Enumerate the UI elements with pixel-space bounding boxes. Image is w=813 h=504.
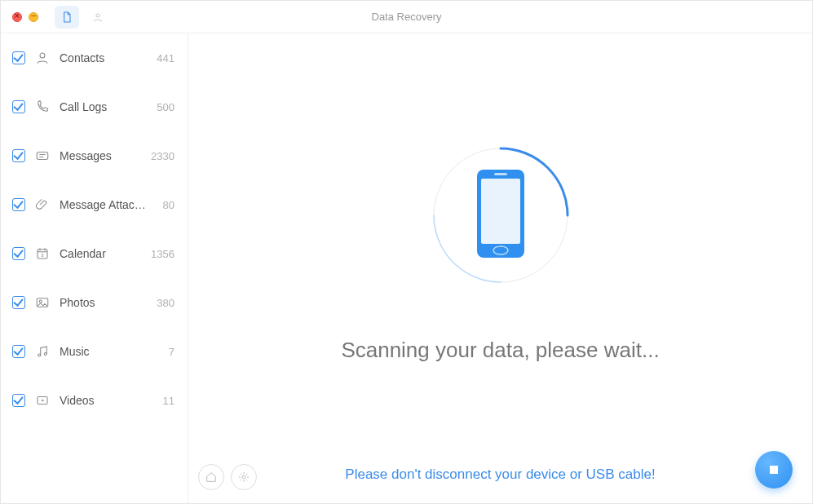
sidebar-item-count: 7 bbox=[169, 346, 175, 358]
sidebar-item-label: Contacts bbox=[60, 51, 147, 64]
sidebar-item-count: 500 bbox=[157, 101, 175, 113]
sidebar-item-call[interactable]: Call Logs500 bbox=[1, 82, 188, 131]
sidebar-item-photo[interactable]: Photos380 bbox=[1, 278, 188, 327]
svg-point-12 bbox=[38, 354, 41, 356]
attach-icon bbox=[35, 197, 50, 212]
svg-point-0 bbox=[96, 14, 99, 17]
sidebar-item-count: 11 bbox=[163, 395, 175, 407]
svg-rect-2 bbox=[37, 153, 48, 160]
svg-point-1 bbox=[40, 53, 45, 58]
call-icon bbox=[35, 99, 50, 114]
checkbox[interactable] bbox=[12, 345, 25, 358]
svg-rect-18 bbox=[494, 173, 507, 175]
sidebar-item-label: Call Logs bbox=[60, 100, 147, 113]
phone-icon bbox=[476, 169, 525, 262]
checkbox[interactable] bbox=[12, 296, 25, 309]
window-title: Data Recovery bbox=[1, 11, 812, 23]
titlebar: Data Recovery bbox=[1, 1, 812, 33]
document-icon bbox=[60, 11, 73, 24]
sidebar-item-label: Photos bbox=[60, 296, 147, 309]
sidebar-item-label: Music bbox=[60, 345, 159, 358]
svg-text:3: 3 bbox=[41, 253, 44, 258]
sidebar-item-count: 1356 bbox=[151, 248, 175, 260]
checkbox[interactable] bbox=[12, 198, 25, 211]
stop-scan-button[interactable] bbox=[755, 451, 793, 489]
calendar-icon: 3 bbox=[35, 246, 50, 261]
sidebar: Contacts441Call Logs500Messages2330Messa… bbox=[1, 33, 188, 503]
sidebar-item-attach[interactable]: Message Attac…80 bbox=[1, 180, 188, 229]
sidebar-item-count: 2330 bbox=[151, 150, 175, 162]
sidebar-item-video[interactable]: Videos11 bbox=[1, 376, 188, 425]
mode-data-button[interactable] bbox=[55, 6, 79, 29]
checkbox[interactable] bbox=[12, 247, 25, 260]
scan-status-text: Scanning your data, please wait... bbox=[341, 338, 659, 363]
contacts-mode-icon bbox=[91, 11, 104, 24]
sidebar-item-label: Message Attac… bbox=[60, 198, 153, 211]
message-icon bbox=[35, 148, 50, 163]
main-panel: Scanning your data, please wait... Pleas… bbox=[188, 33, 812, 503]
sidebar-item-message[interactable]: Messages2330 bbox=[1, 131, 188, 180]
video-icon bbox=[35, 393, 50, 408]
window-minimize-button[interactable] bbox=[29, 12, 38, 22]
checkbox[interactable] bbox=[12, 100, 25, 113]
gear-icon bbox=[237, 471, 250, 484]
sidebar-item-contact[interactable]: Contacts441 bbox=[1, 33, 188, 82]
checkbox[interactable] bbox=[12, 394, 25, 407]
svg-point-13 bbox=[44, 353, 46, 356]
home-button[interactable] bbox=[198, 464, 224, 490]
photo-icon bbox=[35, 295, 50, 310]
home-icon bbox=[205, 471, 218, 484]
settings-button[interactable] bbox=[231, 464, 257, 490]
stop-icon bbox=[770, 466, 778, 474]
sidebar-item-label: Videos bbox=[60, 394, 153, 407]
music-icon bbox=[35, 344, 50, 359]
contact-icon bbox=[35, 51, 50, 65]
svg-rect-17 bbox=[481, 179, 520, 244]
window-close-button[interactable] bbox=[12, 12, 22, 22]
checkbox[interactable] bbox=[12, 51, 25, 64]
sidebar-item-label: Calendar bbox=[60, 247, 141, 260]
disconnect-warning: Please don't disconnect your device or U… bbox=[345, 466, 655, 483]
sidebar-item-calendar[interactable]: 3Calendar1356 bbox=[1, 229, 188, 278]
sidebar-item-label: Messages bbox=[60, 149, 141, 162]
sidebar-item-count: 441 bbox=[157, 52, 175, 64]
svg-point-11 bbox=[39, 300, 42, 303]
sidebar-item-music[interactable]: Music7 bbox=[1, 327, 188, 376]
svg-point-20 bbox=[242, 475, 245, 479]
mode-contact-button[interactable] bbox=[86, 6, 110, 29]
scan-progress bbox=[427, 142, 574, 289]
sidebar-item-count: 80 bbox=[163, 199, 175, 211]
sidebar-item-count: 380 bbox=[157, 297, 175, 309]
checkbox[interactable] bbox=[12, 149, 25, 162]
